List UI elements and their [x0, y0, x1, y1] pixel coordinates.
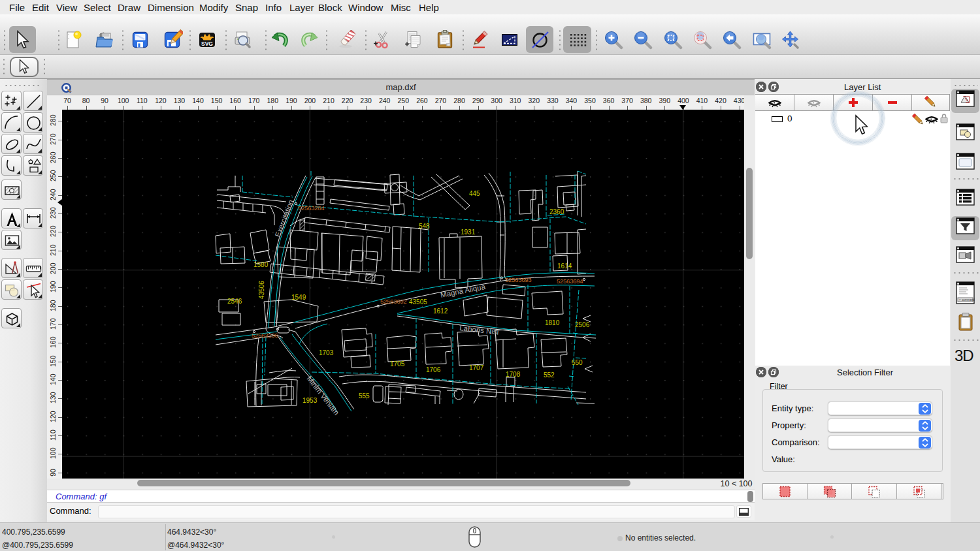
svg-text:552: 552 [544, 371, 555, 379]
svg-text:43506: 43506 [258, 281, 265, 299]
svg-text:1612: 1612 [433, 307, 448, 315]
svg-text:> command: > command [959, 298, 975, 302]
svg-text:43505: 43505 [409, 298, 427, 306]
svg-text:2360: 2360 [549, 208, 564, 215]
svg-text:1810: 1810 [545, 319, 560, 326]
svg-text:1706: 1706 [426, 366, 441, 373]
svg-text:52563693: 52563693 [505, 276, 531, 283]
svg-text:1580: 1580 [253, 261, 269, 268]
svg-text:52563694: 52563694 [557, 277, 583, 285]
svg-text:52563692: 52563692 [380, 298, 406, 305]
svg-text:1708: 1708 [506, 371, 521, 378]
svg-text:550: 550 [572, 359, 583, 366]
svg-text:555: 555 [359, 392, 370, 400]
svg-text:1931: 1931 [461, 228, 476, 236]
svg-text:2506: 2506 [575, 321, 590, 328]
svg-text:1549: 1549 [291, 294, 306, 301]
svg-text:52563284: 52563284 [298, 204, 325, 212]
svg-text:2546: 2546 [227, 298, 242, 305]
svg-text:1703: 1703 [319, 349, 334, 356]
svg-text:1707: 1707 [469, 364, 484, 371]
svg-text:445: 445 [469, 190, 480, 197]
svg-text:548: 548 [419, 223, 430, 230]
svg-text:1705: 1705 [390, 360, 405, 368]
svg-text:1953: 1953 [302, 397, 318, 404]
svg-text:52563236: 52563236 [252, 332, 278, 339]
svg-text:SVG: SVG [201, 40, 213, 47]
svg-text:1614: 1614 [557, 262, 572, 270]
